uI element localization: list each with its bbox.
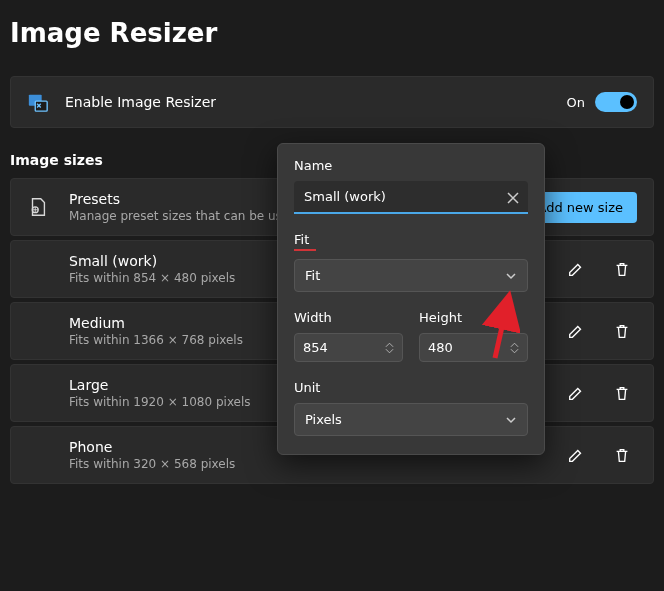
toggle-knob (620, 95, 634, 109)
edit-icon[interactable] (567, 260, 585, 278)
enable-toggle[interactable] (595, 92, 637, 112)
delete-icon[interactable] (613, 260, 631, 278)
toggle-state-text: On (567, 95, 585, 110)
delete-icon[interactable] (613, 446, 631, 464)
height-label: Height (419, 310, 528, 325)
delete-icon[interactable] (613, 322, 631, 340)
svg-rect-1 (35, 101, 47, 111)
width-stepper[interactable] (385, 342, 394, 354)
presets-icon (27, 196, 49, 218)
unit-value: Pixels (305, 412, 342, 427)
width-input[interactable]: 854 (294, 333, 403, 362)
edit-size-flyout: Name Fit Fit Width 854 Height 480 (277, 143, 545, 455)
chevron-down-icon (505, 414, 517, 426)
delete-icon[interactable] (613, 384, 631, 402)
unit-label: Unit (294, 380, 528, 395)
height-input[interactable]: 480 (419, 333, 528, 362)
width-value: 854 (303, 340, 328, 355)
enable-image-resizer-card: Enable Image Resizer On (10, 76, 654, 128)
edit-icon[interactable] (567, 322, 585, 340)
height-value: 480 (428, 340, 453, 355)
enable-label: Enable Image Resizer (65, 94, 567, 110)
name-label: Name (294, 158, 528, 173)
name-input[interactable] (294, 181, 528, 214)
fit-select[interactable]: Fit (294, 259, 528, 292)
chevron-down-icon (505, 270, 517, 282)
width-label: Width (294, 310, 403, 325)
edit-icon[interactable] (567, 384, 585, 402)
page-title: Image Resizer (0, 0, 664, 76)
height-stepper[interactable] (510, 342, 519, 354)
unit-select[interactable]: Pixels (294, 403, 528, 436)
size-sub: Fits within 320 × 568 pixels (69, 457, 555, 471)
fit-label: Fit (294, 232, 528, 251)
fit-value: Fit (305, 268, 320, 283)
edit-icon[interactable] (567, 446, 585, 464)
clear-icon[interactable] (506, 191, 520, 205)
image-resizer-icon (27, 91, 49, 113)
